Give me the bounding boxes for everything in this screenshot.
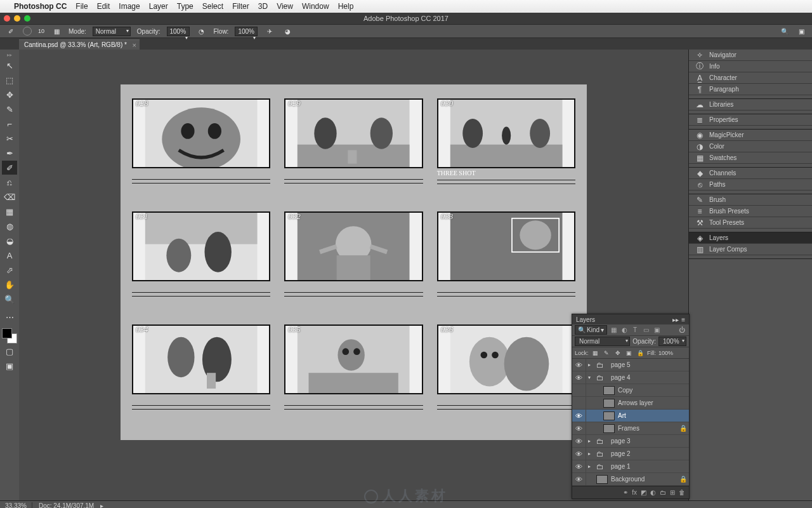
layer-body[interactable]: ▸🗀page 5 xyxy=(586,359,678,371)
gradient-tool[interactable]: ▦ xyxy=(2,204,17,218)
panel-menu-icon[interactable]: ≡ xyxy=(681,316,685,323)
visibility-toggle[interactable]: 👁 xyxy=(572,460,586,472)
filter-smart-icon[interactable]: ▣ xyxy=(652,326,661,335)
panel-tab-properties[interactable]: ≣Properties xyxy=(689,114,812,126)
layer-opacity-input[interactable]: 100% xyxy=(658,337,686,346)
panel-tab-tool-presets[interactable]: ⚒Tool Presets xyxy=(689,217,812,229)
foreground-color-swatch[interactable] xyxy=(2,328,12,338)
edit-toolbar-icon[interactable]: ⋯ xyxy=(2,310,17,324)
size-pressure-icon[interactable]: ◕ xyxy=(282,25,293,37)
minimize-window-button[interactable] xyxy=(14,15,20,22)
type-tool[interactable]: A xyxy=(2,248,17,262)
marquee-tool[interactable]: ⬚ xyxy=(2,73,17,87)
visibility-toggle[interactable]: 👁 xyxy=(572,448,586,460)
filter-adjust-icon[interactable]: ◐ xyxy=(620,326,629,335)
filter-pixel-icon[interactable]: ▦ xyxy=(609,326,618,335)
hand-tool[interactable]: ✋ xyxy=(2,277,17,291)
filter-toggle-icon[interactable]: ⏻ xyxy=(678,326,686,335)
panel-tab-color[interactable]: ◑Color xyxy=(689,141,812,152)
layer-group-row[interactable]: 👁▸🗀page 1 xyxy=(572,460,689,473)
panel-tab-libraries[interactable]: ☁Libraries xyxy=(689,99,812,110)
visibility-toggle[interactable] xyxy=(572,384,586,396)
opacity-input[interactable]: 100% xyxy=(167,27,190,36)
menu-filter[interactable]: Filter xyxy=(232,2,249,11)
layer-body[interactable]: Frames xyxy=(586,422,678,434)
layer-body[interactable]: ▸🗀page 3 xyxy=(586,435,678,447)
layer-group-row[interactable]: 👁▸🗀page 5 xyxy=(572,359,689,371)
layer-row[interactable]: 👁Background🔒 xyxy=(572,473,689,486)
menu-window[interactable]: Window xyxy=(302,2,329,11)
lock-transparent-icon[interactable]: ▦ xyxy=(591,350,600,356)
zoom-tool[interactable]: 🔍 xyxy=(2,292,17,306)
link-layers-icon[interactable]: ⚭ xyxy=(623,489,628,496)
visibility-toggle[interactable]: 👁 xyxy=(572,435,586,447)
new-layer-icon[interactable]: ⊞ xyxy=(670,489,675,496)
panel-tab-channels[interactable]: ◆Channels xyxy=(689,168,812,179)
close-window-button[interactable] xyxy=(4,15,10,22)
brush-panel-toggle-icon[interactable]: ▦ xyxy=(51,25,62,37)
quickmask-icon[interactable]: ▢ xyxy=(2,344,17,358)
layer-body[interactable]: Art xyxy=(586,410,678,422)
layer-body[interactable]: ▾🗀page 4 xyxy=(586,371,678,384)
expand-arrow-icon[interactable]: ▸ xyxy=(588,451,593,457)
move-tool[interactable]: ↖ xyxy=(2,58,17,72)
layer-row[interactable]: Arrows layer xyxy=(572,397,689,410)
filter-kind-select[interactable]: 🔍Kind ▾ xyxy=(575,325,607,335)
lock-artboard-icon[interactable]: ▣ xyxy=(625,350,634,356)
panel-tab-info[interactable]: ⓘInfo xyxy=(689,61,812,72)
search-icon[interactable]: 🔍 xyxy=(779,25,790,37)
brush-tool[interactable]: ✐ xyxy=(2,161,17,175)
menu-image[interactable]: Image xyxy=(119,2,140,11)
flow-input[interactable]: 100% xyxy=(235,27,258,36)
panel-tab-layer-comps[interactable]: ▥Layer Comps xyxy=(689,244,812,255)
panel-tab-paragraph[interactable]: ¶Paragraph xyxy=(689,84,812,95)
layer-row[interactable]: Copy xyxy=(572,384,689,397)
panel-tab-navigator[interactable]: ✧Navigator xyxy=(689,50,812,61)
layer-body[interactable]: ▸🗀page 1 xyxy=(586,460,678,472)
brush-preset-picker[interactable] xyxy=(23,27,32,36)
lock-image-icon[interactable]: ✎ xyxy=(602,350,611,356)
panel-tab-paths[interactable]: ⎋Paths xyxy=(689,179,812,190)
menu-type[interactable]: Type xyxy=(177,2,193,11)
layer-body[interactable]: Background xyxy=(586,473,678,485)
crop-tool[interactable]: ⌐ xyxy=(2,117,17,131)
panel-tab-magicpicker[interactable]: ◉MagicPicker xyxy=(689,130,812,141)
panel-tab-brush-presets[interactable]: ≡Brush Presets xyxy=(689,206,812,217)
expand-arrow-icon[interactable]: ▸ xyxy=(588,438,593,444)
panel-tab-brush[interactable]: ✎Brush xyxy=(689,194,812,206)
workspace-switcher-icon[interactable]: ▣ xyxy=(796,25,807,37)
delete-layer-icon[interactable]: 🗑 xyxy=(679,489,685,496)
eraser-tool[interactable]: ⌫ xyxy=(2,190,17,204)
collapse-icon[interactable]: ▸▸ xyxy=(672,316,679,323)
menu-3d[interactable]: 3D xyxy=(258,2,268,11)
visibility-toggle[interactable] xyxy=(572,397,586,409)
layers-panel-header[interactable]: Layers ▸▸≡ xyxy=(572,314,689,324)
visibility-toggle[interactable]: 👁 xyxy=(572,359,586,371)
maximize-window-button[interactable] xyxy=(24,15,30,22)
panel-tab-layers[interactable]: ◈Layers xyxy=(689,232,812,244)
zoom-level[interactable]: 33.33% xyxy=(5,502,32,508)
menu-select[interactable]: Select xyxy=(202,2,223,11)
visibility-toggle[interactable]: 👁 xyxy=(572,473,586,485)
visibility-toggle[interactable]: 👁 xyxy=(572,371,586,384)
filter-type-icon[interactable]: T xyxy=(631,326,639,335)
screenmode-icon[interactable]: ▣ xyxy=(2,359,17,373)
airbrush-icon[interactable]: ✈ xyxy=(264,25,275,37)
opacity-pressure-icon[interactable]: ◔ xyxy=(196,25,207,37)
menu-help[interactable]: Help xyxy=(338,2,354,11)
layer-group-row[interactable]: 👁▸🗀page 2 xyxy=(572,448,689,460)
adjustment-layer-icon[interactable]: ◐ xyxy=(650,489,656,496)
clone-stamp-tool[interactable]: ⎌ xyxy=(2,175,17,189)
visibility-toggle[interactable]: 👁 xyxy=(572,410,586,422)
layer-mask-icon[interactable]: ◩ xyxy=(641,489,646,496)
layer-row[interactable]: 👁Art xyxy=(572,410,689,422)
panel-tab-swatches[interactable]: ▦Swatches xyxy=(689,152,812,164)
blur-tool[interactable]: ◍ xyxy=(2,219,17,233)
layer-fill-input[interactable]: 100% xyxy=(658,350,686,356)
app-name[interactable]: Photoshop CC xyxy=(14,2,67,11)
document-tab[interactable]: Cantina.psd @ 33.3% (Art, RGB/8) * xyxy=(19,39,140,50)
color-swatches[interactable] xyxy=(2,328,17,344)
status-arrow-icon[interactable]: ▸ xyxy=(100,502,103,508)
path-tool[interactable]: ⬀ xyxy=(2,263,17,277)
layer-body[interactable]: Arrows layer xyxy=(586,397,678,409)
